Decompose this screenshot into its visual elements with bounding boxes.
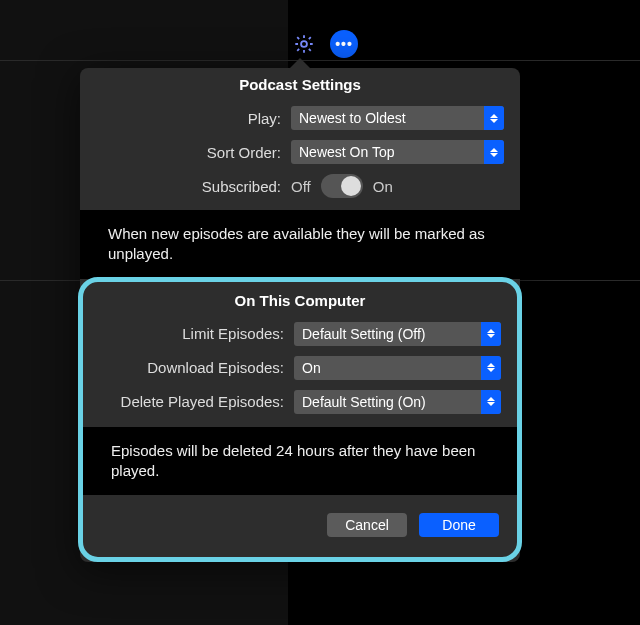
chevron-updown-icon (484, 106, 504, 130)
toolbar: ••• (290, 30, 358, 58)
sort-select[interactable]: Newest On Top (291, 140, 504, 164)
delete-row: Delete Played Episodes: Default Setting … (83, 385, 517, 419)
on-this-computer-section: On This Computer Limit Episodes: Default… (78, 277, 522, 563)
download-row: Download Episodes: On (83, 351, 517, 385)
chevron-updown-icon (484, 140, 504, 164)
section-title: On This Computer (83, 282, 517, 317)
subscribed-off-text: Off (291, 178, 311, 195)
note-unplayed: When new episodes are available they wil… (80, 210, 520, 279)
limit-row: Limit Episodes: Default Setting (Off) (83, 317, 517, 351)
play-label: Play: (96, 110, 281, 127)
chevron-updown-icon (481, 322, 501, 346)
cancel-button[interactable]: Cancel (327, 513, 407, 537)
divider (0, 60, 640, 61)
download-label: Download Episodes: (99, 359, 284, 376)
chevron-updown-icon (481, 390, 501, 414)
play-value: Newest to Oldest (299, 110, 406, 126)
more-icon[interactable]: ••• (330, 30, 358, 58)
toggle-knob (341, 176, 361, 196)
button-row: Cancel Done (83, 495, 517, 555)
svg-point-0 (301, 41, 307, 47)
delete-select[interactable]: Default Setting (On) (294, 390, 501, 414)
delete-value: Default Setting (On) (302, 394, 426, 410)
ellipsis-icon: ••• (335, 37, 353, 51)
chevron-updown-icon (481, 356, 501, 380)
sort-label: Sort Order: (96, 144, 281, 161)
subscribed-label: Subscribed: (96, 178, 281, 195)
sort-value: Newest On Top (299, 144, 394, 160)
gear-icon[interactable] (290, 30, 318, 58)
sort-row: Sort Order: Newest On Top (80, 135, 520, 169)
subscribed-on-text: On (373, 178, 393, 195)
limit-value: Default Setting (Off) (302, 326, 425, 342)
download-value: On (302, 360, 321, 376)
limit-select[interactable]: Default Setting (Off) (294, 322, 501, 346)
cancel-label: Cancel (345, 517, 389, 533)
subscribed-toggle[interactable] (321, 174, 363, 198)
note-delete: Episodes will be deleted 24 hours after … (83, 427, 517, 496)
download-select[interactable]: On (294, 356, 501, 380)
podcast-settings-popover: Podcast Settings Play: Newest to Oldest … (80, 68, 520, 562)
done-label: Done (442, 517, 475, 533)
delete-label: Delete Played Episodes: (99, 393, 284, 410)
subscribed-row: Subscribed: Off On (80, 169, 520, 210)
popover-title: Podcast Settings (80, 68, 520, 101)
limit-label: Limit Episodes: (99, 325, 284, 342)
play-select[interactable]: Newest to Oldest (291, 106, 504, 130)
done-button[interactable]: Done (419, 513, 499, 537)
play-row: Play: Newest to Oldest (80, 101, 520, 135)
